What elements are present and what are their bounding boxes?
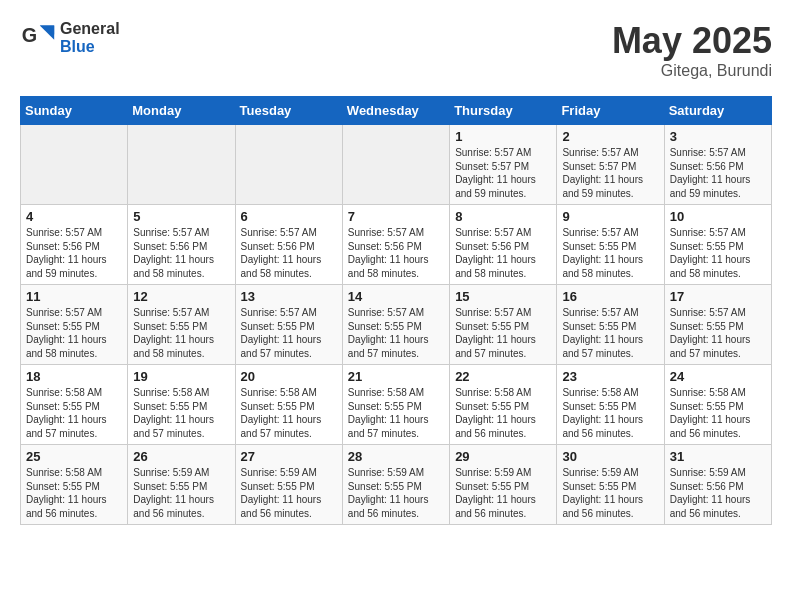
weekday-thursday: Thursday	[450, 97, 557, 125]
day-info: Sunrise: 5:58 AM Sunset: 5:55 PM Dayligh…	[26, 466, 122, 520]
calendar-cell: 22Sunrise: 5:58 AM Sunset: 5:55 PM Dayli…	[450, 365, 557, 445]
title-block: May 2025 Gitega, Burundi	[612, 20, 772, 80]
day-number: 3	[670, 129, 766, 144]
logo: G General Blue	[20, 20, 120, 56]
day-info: Sunrise: 5:58 AM Sunset: 5:55 PM Dayligh…	[562, 386, 658, 440]
calendar-table: SundayMondayTuesdayWednesdayThursdayFrid…	[20, 96, 772, 525]
calendar-cell: 31Sunrise: 5:59 AM Sunset: 5:56 PM Dayli…	[664, 445, 771, 525]
calendar-cell: 11Sunrise: 5:57 AM Sunset: 5:55 PM Dayli…	[21, 285, 128, 365]
day-info: Sunrise: 5:57 AM Sunset: 5:57 PM Dayligh…	[562, 146, 658, 200]
day-info: Sunrise: 5:58 AM Sunset: 5:55 PM Dayligh…	[348, 386, 444, 440]
calendar-cell: 16Sunrise: 5:57 AM Sunset: 5:55 PM Dayli…	[557, 285, 664, 365]
weekday-header-row: SundayMondayTuesdayWednesdayThursdayFrid…	[21, 97, 772, 125]
day-info: Sunrise: 5:59 AM Sunset: 5:56 PM Dayligh…	[670, 466, 766, 520]
weekday-tuesday: Tuesday	[235, 97, 342, 125]
day-info: Sunrise: 5:57 AM Sunset: 5:56 PM Dayligh…	[670, 146, 766, 200]
day-info: Sunrise: 5:57 AM Sunset: 5:55 PM Dayligh…	[455, 306, 551, 360]
day-number: 8	[455, 209, 551, 224]
day-number: 25	[26, 449, 122, 464]
day-info: Sunrise: 5:57 AM Sunset: 5:55 PM Dayligh…	[670, 306, 766, 360]
day-number: 5	[133, 209, 229, 224]
week-row-5: 25Sunrise: 5:58 AM Sunset: 5:55 PM Dayli…	[21, 445, 772, 525]
page-header: G General Blue May 2025 Gitega, Burundi	[20, 20, 772, 80]
calendar-cell: 29Sunrise: 5:59 AM Sunset: 5:55 PM Dayli…	[450, 445, 557, 525]
day-info: Sunrise: 5:59 AM Sunset: 5:55 PM Dayligh…	[133, 466, 229, 520]
day-info: Sunrise: 5:59 AM Sunset: 5:55 PM Dayligh…	[241, 466, 337, 520]
day-number: 22	[455, 369, 551, 384]
day-number: 20	[241, 369, 337, 384]
day-number: 4	[26, 209, 122, 224]
day-number: 9	[562, 209, 658, 224]
weekday-friday: Friday	[557, 97, 664, 125]
calendar-cell: 5Sunrise: 5:57 AM Sunset: 5:56 PM Daylig…	[128, 205, 235, 285]
week-row-2: 4Sunrise: 5:57 AM Sunset: 5:56 PM Daylig…	[21, 205, 772, 285]
day-info: Sunrise: 5:57 AM Sunset: 5:55 PM Dayligh…	[133, 306, 229, 360]
day-info: Sunrise: 5:58 AM Sunset: 5:55 PM Dayligh…	[133, 386, 229, 440]
day-number: 18	[26, 369, 122, 384]
calendar-cell: 20Sunrise: 5:58 AM Sunset: 5:55 PM Dayli…	[235, 365, 342, 445]
day-info: Sunrise: 5:57 AM Sunset: 5:56 PM Dayligh…	[133, 226, 229, 280]
day-info: Sunrise: 5:58 AM Sunset: 5:55 PM Dayligh…	[26, 386, 122, 440]
day-info: Sunrise: 5:58 AM Sunset: 5:55 PM Dayligh…	[455, 386, 551, 440]
calendar-cell: 9Sunrise: 5:57 AM Sunset: 5:55 PM Daylig…	[557, 205, 664, 285]
day-number: 27	[241, 449, 337, 464]
day-number: 7	[348, 209, 444, 224]
calendar-cell	[128, 125, 235, 205]
svg-text:G: G	[22, 24, 37, 46]
day-number: 13	[241, 289, 337, 304]
day-info: Sunrise: 5:57 AM Sunset: 5:55 PM Dayligh…	[670, 226, 766, 280]
day-number: 31	[670, 449, 766, 464]
day-number: 2	[562, 129, 658, 144]
day-number: 12	[133, 289, 229, 304]
calendar-cell	[235, 125, 342, 205]
day-info: Sunrise: 5:59 AM Sunset: 5:55 PM Dayligh…	[348, 466, 444, 520]
calendar-cell: 24Sunrise: 5:58 AM Sunset: 5:55 PM Dayli…	[664, 365, 771, 445]
day-number: 26	[133, 449, 229, 464]
day-number: 14	[348, 289, 444, 304]
day-info: Sunrise: 5:58 AM Sunset: 5:55 PM Dayligh…	[241, 386, 337, 440]
day-number: 24	[670, 369, 766, 384]
day-number: 21	[348, 369, 444, 384]
day-number: 15	[455, 289, 551, 304]
calendar-cell: 4Sunrise: 5:57 AM Sunset: 5:56 PM Daylig…	[21, 205, 128, 285]
week-row-3: 11Sunrise: 5:57 AM Sunset: 5:55 PM Dayli…	[21, 285, 772, 365]
week-row-4: 18Sunrise: 5:58 AM Sunset: 5:55 PM Dayli…	[21, 365, 772, 445]
day-info: Sunrise: 5:58 AM Sunset: 5:55 PM Dayligh…	[670, 386, 766, 440]
day-info: Sunrise: 5:57 AM Sunset: 5:55 PM Dayligh…	[241, 306, 337, 360]
calendar-cell: 7Sunrise: 5:57 AM Sunset: 5:56 PM Daylig…	[342, 205, 449, 285]
day-info: Sunrise: 5:57 AM Sunset: 5:55 PM Dayligh…	[562, 226, 658, 280]
day-info: Sunrise: 5:57 AM Sunset: 5:56 PM Dayligh…	[26, 226, 122, 280]
logo-icon: G	[20, 20, 56, 56]
day-number: 30	[562, 449, 658, 464]
weekday-wednesday: Wednesday	[342, 97, 449, 125]
day-number: 1	[455, 129, 551, 144]
calendar-cell: 25Sunrise: 5:58 AM Sunset: 5:55 PM Dayli…	[21, 445, 128, 525]
calendar-cell: 18Sunrise: 5:58 AM Sunset: 5:55 PM Dayli…	[21, 365, 128, 445]
day-number: 17	[670, 289, 766, 304]
calendar-cell: 10Sunrise: 5:57 AM Sunset: 5:55 PM Dayli…	[664, 205, 771, 285]
calendar-cell: 15Sunrise: 5:57 AM Sunset: 5:55 PM Dayli…	[450, 285, 557, 365]
calendar-cell	[342, 125, 449, 205]
logo-blue: Blue	[60, 38, 120, 56]
calendar-cell: 12Sunrise: 5:57 AM Sunset: 5:55 PM Dayli…	[128, 285, 235, 365]
calendar-cell: 6Sunrise: 5:57 AM Sunset: 5:56 PM Daylig…	[235, 205, 342, 285]
day-info: Sunrise: 5:57 AM Sunset: 5:56 PM Dayligh…	[455, 226, 551, 280]
month-year: May 2025	[612, 20, 772, 62]
logo-general: General	[60, 20, 120, 38]
calendar-cell: 26Sunrise: 5:59 AM Sunset: 5:55 PM Dayli…	[128, 445, 235, 525]
calendar-cell: 21Sunrise: 5:58 AM Sunset: 5:55 PM Dayli…	[342, 365, 449, 445]
calendar-cell: 30Sunrise: 5:59 AM Sunset: 5:55 PM Dayli…	[557, 445, 664, 525]
weekday-saturday: Saturday	[664, 97, 771, 125]
calendar-cell: 14Sunrise: 5:57 AM Sunset: 5:55 PM Dayli…	[342, 285, 449, 365]
day-info: Sunrise: 5:57 AM Sunset: 5:56 PM Dayligh…	[348, 226, 444, 280]
weekday-sunday: Sunday	[21, 97, 128, 125]
calendar-cell: 3Sunrise: 5:57 AM Sunset: 5:56 PM Daylig…	[664, 125, 771, 205]
week-row-1: 1Sunrise: 5:57 AM Sunset: 5:57 PM Daylig…	[21, 125, 772, 205]
calendar-cell: 8Sunrise: 5:57 AM Sunset: 5:56 PM Daylig…	[450, 205, 557, 285]
day-number: 16	[562, 289, 658, 304]
day-number: 29	[455, 449, 551, 464]
day-info: Sunrise: 5:59 AM Sunset: 5:55 PM Dayligh…	[455, 466, 551, 520]
day-info: Sunrise: 5:57 AM Sunset: 5:56 PM Dayligh…	[241, 226, 337, 280]
calendar-cell	[21, 125, 128, 205]
logo-text: General Blue	[60, 20, 120, 55]
